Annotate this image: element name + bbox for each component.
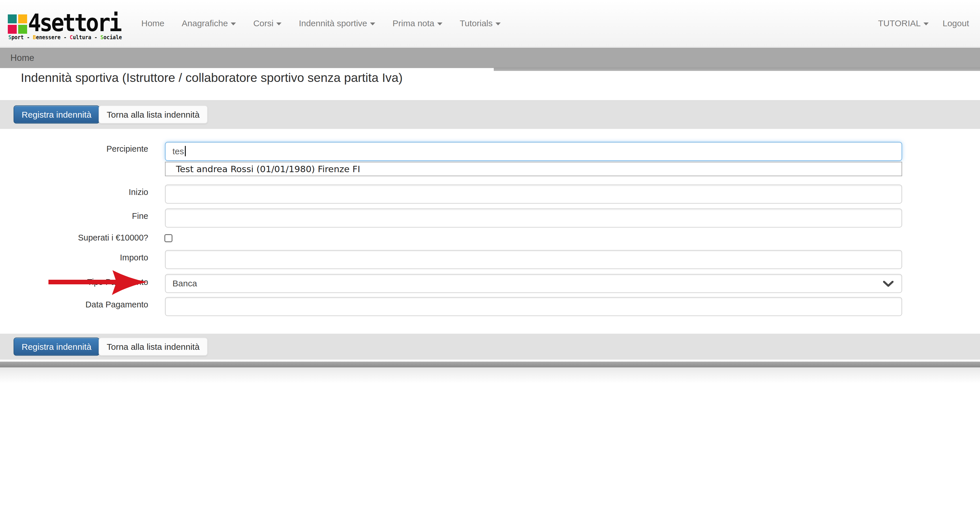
nav-item-anagrafiche[interactable]: Anagrafiche — [173, 19, 245, 28]
text-cursor — [185, 146, 186, 156]
register-indennita-button-top[interactable]: Registra indennità — [14, 106, 100, 124]
top-action-bar: Registra indennità Torna alla lista inde… — [0, 100, 980, 129]
register-indennita-button-bottom[interactable]: Registra indennità — [14, 338, 100, 356]
tagline-part: enessere - — [36, 34, 70, 40]
top-navbar: 4settori Sport - Benessere - Cultura - S… — [0, 0, 980, 47]
back-to-list-button-top[interactable]: Torna alla lista indennità — [99, 106, 208, 124]
nav-item-label: Anagrafiche — [182, 19, 228, 28]
percipiente-input-value: tes — [172, 146, 184, 156]
nav-item-label: Corsi — [253, 19, 274, 28]
nav-item-home[interactable]: Home — [133, 19, 173, 28]
tipo-pagamento-label: Tipo Pagamento — [0, 277, 148, 287]
importo-label: Importo — [0, 253, 148, 262]
nav-item-label: TUTORIAL — [878, 19, 921, 28]
nav-item-tutorial-account[interactable]: TUTORIAL — [871, 19, 935, 28]
main-menu: Home Anagrafiche Corsi Indennità sportiv… — [133, 0, 509, 46]
nav-item-label: Tutorials — [460, 19, 493, 28]
brand-square-yellow — [18, 14, 27, 23]
breadcrumb-shadow-seam — [494, 67, 980, 71]
superati-label: Superati i €10000? — [0, 233, 148, 243]
nav-item-indennita-sportive[interactable]: Indennità sportive — [290, 19, 384, 28]
fine-label: Fine — [0, 211, 148, 221]
nav-item-label: Prima nota — [393, 19, 434, 28]
brand-square-teal — [8, 14, 17, 23]
autocomplete-suggestion[interactable]: Test andrea Rossi (01/01/1980) Firenze F… — [165, 162, 902, 176]
tagline-part: S — [100, 34, 103, 40]
page-bottom-shadow — [0, 367, 980, 383]
user-menu: TUTORIAL Logout — [871, 0, 976, 46]
brand-square-red — [8, 25, 17, 34]
percipiente-label: Percipiente — [0, 144, 148, 154]
brand-squares-icon — [8, 14, 27, 34]
page-title: Indennità sportiva (Istruttore / collabo… — [21, 71, 402, 85]
nav-item-prima-nota[interactable]: Prima nota — [384, 19, 451, 28]
nav-item-logout[interactable]: Logout — [935, 19, 976, 28]
inizio-label: Inizio — [0, 188, 148, 197]
chevron-down-icon — [231, 22, 236, 25]
fine-input[interactable] — [165, 208, 902, 227]
chevron-down-icon — [437, 22, 442, 25]
chevron-down-icon — [370, 22, 375, 25]
chevron-down-icon — [883, 281, 894, 287]
breadcrumb: Home — [0, 48, 980, 68]
chevron-down-icon — [276, 22, 282, 25]
tagline-part: ociale — [103, 34, 122, 40]
breadcrumb-home-link[interactable]: Home — [10, 53, 34, 63]
brand-name: 4settori — [28, 9, 121, 37]
indennita-form: Percipiente tes Test andrea Rossi (01/01… — [0, 129, 980, 334]
nav-item-corsi[interactable]: Corsi — [245, 19, 290, 28]
tagline-part: port - — [11, 34, 33, 40]
nav-item-label: Home — [141, 19, 164, 28]
percipiente-input[interactable]: tes — [165, 142, 902, 161]
chevron-down-icon — [923, 22, 929, 25]
chevron-down-icon — [495, 22, 501, 25]
nav-item-tutorials[interactable]: Tutorials — [451, 19, 509, 28]
data-pagamento-label: Data Pagamento — [0, 300, 148, 310]
page-bottom-bar — [0, 362, 980, 367]
brand-square-green — [18, 25, 27, 34]
nav-item-label: Indennità sportive — [299, 19, 367, 28]
brand-logo[interactable]: 4settori Sport - Benessere - Cultura - S… — [8, 13, 129, 41]
nav-item-label: Logout — [942, 19, 969, 28]
tipo-pagamento-selected-value: Banca — [172, 278, 197, 288]
tagline-part: ultura - — [73, 34, 100, 40]
tipo-pagamento-select[interactable]: Banca — [165, 274, 902, 293]
superati-checkbox[interactable] — [164, 234, 172, 242]
percipiente-autocomplete-dropdown: Test andrea Rossi (01/01/1980) Firenze F… — [165, 162, 902, 176]
tagline-part: C — [70, 34, 73, 40]
inizio-input[interactable] — [165, 184, 902, 203]
bottom-action-bar: Registra indennità Torna alla lista inde… — [0, 334, 980, 360]
tagline-part: S — [8, 34, 11, 40]
data-pagamento-input[interactable] — [165, 297, 902, 316]
tagline-part: B — [33, 34, 36, 40]
brand-tagline: Sport - Benessere - Cultura - Sociale — [8, 34, 122, 40]
back-to-list-button-bottom[interactable]: Torna alla lista indennità — [99, 338, 208, 356]
importo-input[interactable] — [165, 250, 902, 269]
